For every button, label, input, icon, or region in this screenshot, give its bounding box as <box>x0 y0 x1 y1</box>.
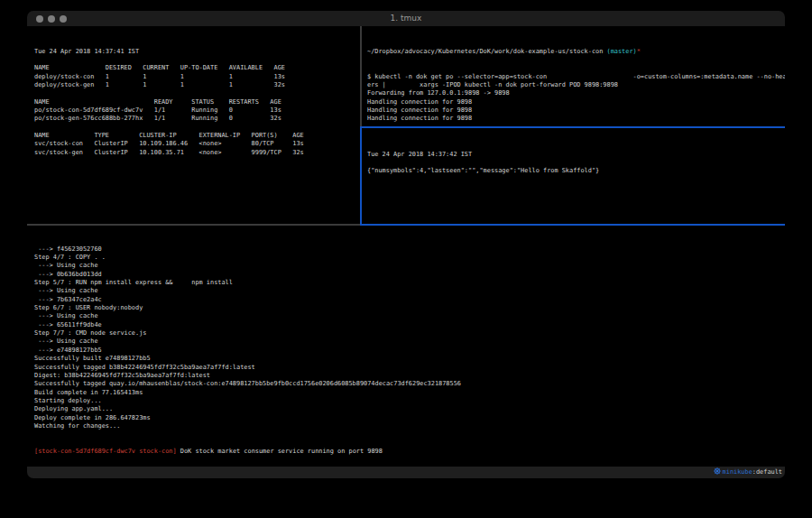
terminal-window: 1. tmux Tue 24 Apr 2018 14:37:41 IST NAM… <box>27 11 785 478</box>
pod-log-prefix: [stock-con-5d7df689cf-dwc7v stock-con] <box>34 448 177 455</box>
window-title: 1. tmux <box>27 11 785 26</box>
pane-divider-vertical-inactive <box>360 26 362 126</box>
active-pane-border-left <box>360 128 362 224</box>
kube-namespace-label: :default <box>752 468 782 476</box>
port-forward-output: $ kubectl -n dok get po --selector=app=s… <box>367 73 785 124</box>
docker-build-output: ---> f45623052760 Step 4/7 : COPY . . --… <box>34 245 785 431</box>
kubectl-resources-output: Tue 24 Apr 2018 14:37:41 IST NAME DESIRE… <box>34 48 360 157</box>
tmux-content-area: Tue 24 Apr 2018 14:37:41 IST NAME DESIRE… <box>27 26 785 467</box>
window-titlebar: 1. tmux <box>27 11 785 26</box>
curl-output: Tue 24 Apr 2018 14:37:42 IST {"numsymbol… <box>367 151 785 176</box>
pane-kubectl-resources[interactable]: Tue 24 Apr 2018 14:37:41 IST NAME DESIRE… <box>27 26 360 224</box>
active-pane-border-top <box>360 126 785 128</box>
git-dirty-indicator: * <box>637 48 641 55</box>
status-right-section: minikube:default <box>714 467 782 478</box>
tmux-status-bar: dok0:vagrant@localhost:~* minikube:defau… <box>27 467 785 478</box>
pod-log-line: [stock-con-5d7df689cf-dwc7v stock-con] D… <box>34 448 785 456</box>
prompt-path: ~/Dropbox/advocacy/Kubernetes/DoK/work/d… <box>367 48 607 55</box>
git-branch-label: (master) <box>607 48 637 55</box>
pane-skaffold-build[interactable]: ---> f45623052760 Step 4/7 : COPY . . --… <box>27 226 785 467</box>
kubernetes-helm-icon <box>714 467 721 478</box>
pane-port-forward[interactable]: ~/Dropbox/advocacy/Kubernetes/DoK/work/d… <box>362 26 785 126</box>
screen-background: { "window": { "title": "1. tmux" }, "pan… <box>0 0 812 518</box>
pane-curl-output[interactable]: Tue 24 Apr 2018 14:37:42 IST {"numsymbol… <box>362 128 785 224</box>
kube-context-label[interactable]: minikube <box>723 468 752 476</box>
pod-log-message: DoK stock market consumer service runnin… <box>180 448 383 455</box>
shell-prompt-line: ~/Dropbox/advocacy/Kubernetes/DoK/work/d… <box>367 48 785 56</box>
